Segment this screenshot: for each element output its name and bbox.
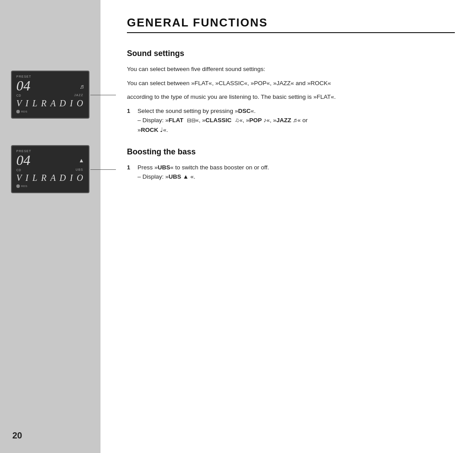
device-display-1: PRESET 04 ♬ CD JAZZ V I L R A D I O RDS (11, 71, 89, 119)
jazz-label: JAZZ (276, 117, 291, 124)
station-name-1: V I L R A D I O (16, 98, 84, 108)
sound-step-1: 1 Select the sound setting by pressing »… (127, 106, 455, 135)
bass-step-number-1: 1 (127, 163, 133, 182)
step-1-sub-text: – Display: »FLAT ⊟⊟«, »CLASSIC ♫«, »POP … (138, 116, 455, 135)
classic-icon: ♫ (235, 117, 239, 124)
flat-label: FLAT (169, 117, 184, 124)
intro2-text: You can select between »FLAT«, »CLASSIC«… (127, 80, 331, 86)
bass-icon-2: ▲ (78, 157, 84, 164)
rock-label: ROCK (141, 127, 159, 133)
main-content: GENERAL FUNCTIONS Sound settings You can… (100, 0, 476, 453)
cd-label-2: CD (16, 168, 21, 172)
pop-icon: ♪ (264, 117, 267, 124)
rds-label-1: RDS (21, 110, 27, 113)
boosting-bass-heading: Boosting the bass (127, 147, 455, 157)
music-icon-1: ♬ (80, 83, 85, 90)
bass-step-1: 1 Press »UBS« to switch the bass booster… (127, 163, 455, 182)
rds-label-2: RDS (21, 185, 27, 187)
connector-line-1 (90, 95, 116, 95)
rds-dot-2 (16, 184, 20, 188)
boosting-bass-section: Boosting the bass 1 Press »UBS« to switc… (127, 147, 455, 182)
ubs-display-icon: ▲ (183, 173, 189, 180)
rds-dot-1 (16, 110, 20, 113)
page-number: 20 (12, 431, 22, 441)
cd-label-1: CD (16, 94, 21, 97)
bass-steps: 1 Press »UBS« to switch the bass booster… (127, 163, 455, 182)
sound-settings-intro1: You can select between five different so… (127, 64, 455, 74)
bass-step-1-main-text: Press »UBS« to switch the bass booster o… (138, 163, 455, 172)
sidebar: PRESET 04 ♬ CD JAZZ V I L R A D I O RDS … (0, 0, 100, 453)
sound-settings-steps: 1 Select the sound setting by pressing »… (127, 106, 455, 135)
sound-settings-intro2: You can select between »FLAT«, »CLASSIC«… (127, 79, 455, 88)
station-name-2: V I L R A D I O (16, 173, 84, 183)
sound-settings-section: Sound settings You can select between fi… (127, 49, 455, 135)
bass-step-1-sub-text: – Display: »UBS ▲ «. (138, 172, 455, 182)
step-1-main-text: Select the sound setting by pressing »DS… (138, 106, 455, 116)
channel-number-2: 04 (16, 153, 30, 167)
page-title: GENERAL FUNCTIONS (127, 16, 455, 33)
step-1-content: Select the sound setting by pressing »DS… (138, 106, 455, 135)
connector-line-2 (90, 169, 116, 170)
ubs-display-label: UBS (169, 173, 182, 180)
ubs-key: UBS (158, 164, 171, 171)
channel-number-1: 04 (16, 79, 30, 93)
bass-step-1-content: Press »UBS« to switch the bass booster o… (138, 163, 455, 182)
sound-settings-intro3: according to the type of music you are l… (127, 92, 455, 102)
flat-icon: ⊟⊟ (187, 117, 196, 124)
step-number-1: 1 (127, 106, 133, 135)
rock-icon: ♩ (160, 127, 163, 133)
pop-label: POP (249, 117, 262, 124)
ubs-label-2: UBS (76, 168, 84, 171)
jazz-icon: ♬ (293, 117, 298, 124)
device-display-2: PRESET 04 ▲ CD UBS V I L R A D I O RDS (11, 145, 89, 193)
jazz-label-1: JAZZ (74, 94, 84, 97)
sound-settings-heading: Sound settings (127, 49, 455, 58)
dsc-key: DSC (238, 108, 251, 114)
classic-label: CLASSIC (205, 117, 231, 124)
